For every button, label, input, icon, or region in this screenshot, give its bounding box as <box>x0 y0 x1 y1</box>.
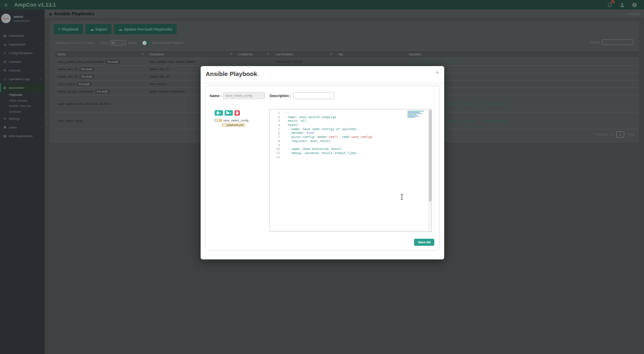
ansible-playbook-modal: Ansible Playbook × Name : Description : … <box>201 66 444 259</box>
page-size-select[interactable]: 10 ⌄ <box>110 40 126 45</box>
modal-title: Ansible Playbook <box>206 70 257 77</box>
sidebar-item-other-devices[interactable]: Other Devices <box>0 98 45 104</box>
code-line: tasks: <box>284 123 426 127</box>
save-all-button[interactable]: Save All <box>414 239 434 246</box>
remove-link[interactable]: ▥Remove <box>462 102 476 105</box>
column-header-name[interactable]: Name⇅ <box>55 52 147 56</box>
cell-description: drop_packets_from_source_disable <box>147 60 235 63</box>
editor-scrollbar[interactable] <box>429 109 431 231</box>
playbook-name: check_security_compliance <box>58 90 93 93</box>
search-box: Search: <box>590 39 633 45</box>
export-link[interactable]: ⇩Export <box>445 102 457 105</box>
prebuilt-badge: Pre-built <box>105 60 120 64</box>
description-input[interactable] <box>293 92 334 99</box>
sort-icon[interactable]: ⇅ <box>141 52 144 56</box>
dashboard-icon: ▦ <box>3 34 9 38</box>
sidebar-item-sdn-applications[interactable]: ▩SDN Applications› <box>0 132 45 140</box>
editor-code[interactable]: ---- name: Save Switch Congfigs hosts: a… <box>284 111 426 159</box>
prebuilt-toggle[interactable] <box>143 41 149 45</box>
column-header-description[interactable]: Description⇅ <box>147 52 235 56</box>
tree-root-folder[interactable]: − save_switch_config <box>215 119 249 122</box>
playbook-button[interactable]: +Playbook <box>54 24 83 34</box>
sidebar-item-label: Config/Templates <box>9 51 40 55</box>
users-icon: ⚉ <box>3 126 9 129</box>
hamburger-menu-icon[interactable]: ≡ <box>4 2 7 8</box>
sidebar-item-schedule[interactable]: Schedule <box>0 109 45 115</box>
sidebar-item-label: SDN Applications <box>9 134 40 138</box>
sidebar-item-playbooks[interactable]: Playbooks <box>0 92 45 98</box>
sort-icon[interactable]: ⇅ <box>230 52 232 56</box>
sidebar-item-dashboard[interactable]: ▦Dashboard <box>0 31 45 40</box>
file-plus-icon <box>217 112 219 114</box>
import-button[interactable]: ☁Import <box>85 24 111 34</box>
prebuilt-badge: Pre-built <box>77 82 92 86</box>
sidebar-item-label: Settings <box>9 117 40 121</box>
automation-icon: ▣ <box>3 86 9 90</box>
next-button[interactable]: Next <box>628 133 634 136</box>
cloud-upload-icon: ☁ <box>90 27 94 31</box>
export-link[interactable]: ⇩Export <box>445 119 457 122</box>
previous-button[interactable]: Previous <box>595 133 607 136</box>
cell-name: create_vlan_20Pre-built <box>55 75 147 78</box>
code-line: - name: Save Switch Congfigs <box>284 115 426 119</box>
sidebar-item-licenses[interactable]: ▤Licenses› <box>0 57 45 66</box>
chevron-down-icon: ⌄ <box>38 86 41 90</box>
trash-icon: ▥ <box>462 119 465 122</box>
sidebar-item-label: Deployment <box>9 43 40 46</box>
export-icon: ⇩ <box>445 119 447 122</box>
new-folder-button[interactable]: + <box>225 110 233 116</box>
explorer-toolbar: + + <box>215 110 240 116</box>
sidebar-item-deployment[interactable]: ☁Deployment› <box>0 40 45 49</box>
pencil-icon: ✎ <box>409 60 411 64</box>
close-icon[interactable]: × <box>436 69 439 76</box>
remove-link[interactable]: ▥Remove <box>462 119 476 122</box>
page-2[interactable]: 2 <box>616 131 624 138</box>
editor-line-numbers: 123456789101112 <box>270 111 280 159</box>
page-1[interactable]: 1 <box>611 133 613 136</box>
breadcrumb: ⌂ / Playbook <box>623 12 640 15</box>
sidebar-item-operation-logs[interactable]: ▭Operation Logs› <box>0 75 45 83</box>
tree-file-playbook-yml[interactable]: playbook.yml <box>221 123 245 127</box>
tree-collapse-icon[interactable]: − <box>215 119 218 122</box>
name-input[interactable] <box>223 92 265 99</box>
scrollbar-thumb[interactable] <box>429 110 431 202</box>
config-templates-icon: ✎ <box>3 51 9 55</box>
new-file-button[interactable]: + <box>215 110 223 116</box>
column-header-created-by[interactable]: Created By⇅ <box>235 52 272 56</box>
view-link[interactable]: ✎View <box>409 60 418 64</box>
toolbar: +Playbook☁Import☁Update Pre-built Playbo… <box>54 24 177 34</box>
sidebar-item-label: Automation <box>9 86 38 90</box>
chevron-right-icon: › <box>40 134 41 138</box>
sort-icon[interactable]: ⇅ <box>267 52 270 56</box>
cell-name: check_security_compliancePre-built <box>55 90 147 93</box>
sidebar-item-config-templates[interactable]: ✎Config/Templates› <box>0 49 45 57</box>
file-icon <box>223 124 225 126</box>
mouse-ibeam-cursor <box>402 195 402 199</box>
save-as-link[interactable]: ◫Save As <box>424 60 438 64</box>
sort-icon[interactable]: ⇅ <box>330 52 332 56</box>
playbook-name: create_vlan_20 <box>58 75 78 78</box>
info-icon[interactable] <box>632 2 637 8</box>
tag-management-link[interactable]: ✎Tag Management <box>482 102 507 105</box>
tag-management-link[interactable]: ✎Tag Management <box>482 119 507 122</box>
search-input[interactable] <box>602 39 633 45</box>
playbook-name: save_switch_config_2024-3-26_16:29:41 <box>58 102 111 105</box>
sidebar: acos admin SuperAdmin ▦Dashboard☁Deploym… <box>0 10 45 354</box>
sidebar-item-users[interactable]: ⚉Users› <box>0 123 45 132</box>
code-line: register: exec_result <box>284 139 426 143</box>
sidebar-item-automation[interactable]: ▣Automation⌄ <box>0 83 45 92</box>
delete-file-button[interactable] <box>234 110 240 116</box>
page-title-bar: ◉ Ansible Playbooks ⌂ / Playbook <box>45 10 644 18</box>
export-link[interactable]: ⇩Export <box>443 60 455 64</box>
bell-icon[interactable] <box>607 2 613 8</box>
sidebar-item-ansible-jobs-list[interactable]: Ansible Jobs List <box>0 103 45 109</box>
sidebar-item-lifecycle[interactable]: ♻Lifecycle› <box>0 66 45 75</box>
yaml-editor[interactable]: 123456789101112 ---- name: Save Switch C… <box>270 109 432 232</box>
playbook-name: save_switch_config <box>58 119 83 122</box>
update-pre-built-playbooks-button[interactable]: ☁Update Pre-built Playbooks <box>114 24 177 34</box>
sidebar-item-settings[interactable]: ⚙Settings› <box>0 114 45 123</box>
user-icon[interactable] <box>619 2 625 8</box>
column-header-last-modified[interactable]: Last Modified⇅ <box>272 52 335 56</box>
home-icon[interactable]: ⌂ <box>623 12 625 15</box>
lifecycle-icon: ♻ <box>3 69 9 72</box>
